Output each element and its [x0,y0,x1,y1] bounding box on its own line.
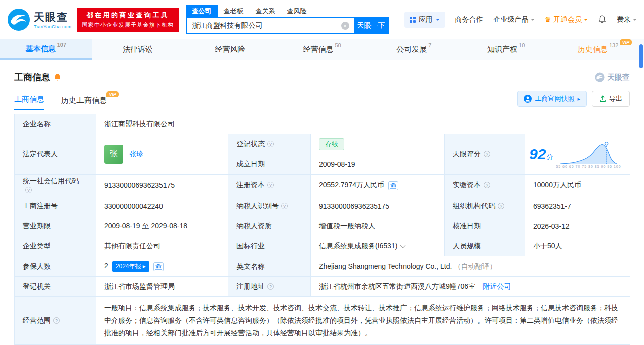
nav-vip-label: 开通会员 [553,15,582,24]
export-button[interactable]: 导出 [592,91,630,107]
field-label: 组织机构代码? [445,196,525,216]
table-row: 统一社会信用代码? 913300006936235175 注册资本? 20552… [15,175,630,196]
subtab-row: 工商信息 历史工商信息 VIP 工商官网快照 ▸ 导 [0,90,644,110]
score-unit: 分 [546,153,553,161]
logo-subtitle: TianYanCha.com [34,24,72,29]
tab-count: 10 [519,42,525,52]
top-header: 天眼查 TianYanCha.com 都在用的商业查询工具 国家中小企业发展子基… [0,0,644,39]
tab-count: 132 [609,42,618,52]
bank-icon[interactable] [153,262,164,271]
insured-count-value: 2 [104,262,108,270]
nav-user[interactable]: 费米 [617,15,637,24]
nav-open-vip[interactable]: ♛ 开通会员 [545,15,588,24]
help-icon[interactable]: ? [267,182,274,188]
reg-capital-value: 20552.7974万人民币 [319,181,384,189]
help-icon[interactable]: ? [484,151,490,157]
field-label: 注册资本? [228,175,311,196]
nav-user-label: 费米 [617,15,631,24]
table-row: 参保人数 22024年报 ▸ 英文名称 Zhejiang Shangmeng T… [15,256,630,277]
search-input[interactable] [186,17,354,34]
credit-code-value: 913300006936235175 [96,175,228,196]
legal-rep-cell: 张 张珍 [96,134,228,175]
promo-line2: 国家中小企业发展子基金旗下机构 [82,21,174,29]
page: 天眼查 TianYanCha.com 都在用的商业查询工具 国家中小企业发展子基… [0,0,644,345]
nav-apps[interactable]: 应用 [404,12,445,28]
field-label: 成立日期 [228,154,311,175]
tab-label: 知识产权 [487,45,517,54]
search-tab-risk[interactable]: 查风险 [281,5,313,17]
reg-address-cell: 浙江省杭州市余杭区五常街道西溪八方城9幢706室附近公司 [311,277,630,297]
promo-banner: 都在用的商业查询工具 国家中小企业发展子基金旗下机构 [77,8,179,32]
vip-badge: VIP [620,39,632,45]
clear-icon[interactable]: × [341,22,349,30]
nav-cooperation[interactable]: 商务合作 [455,15,484,24]
vip-badge: VIP [106,91,119,97]
subscribe-bell-icon[interactable] [54,73,61,81]
field-label: 实缴资本? [445,175,525,196]
help-icon[interactable]: ? [53,317,60,324]
tab-count: 107 [57,42,66,51]
help-icon[interactable]: ? [281,203,288,209]
tab-count: 50 [335,42,341,52]
business-scope-value: 一般项目：信息系统集成服务；技术服务、技术开发、技术咨询、技术交流、技术转让、技… [104,302,622,339]
tab-label: 公司发展 [396,45,427,54]
nav-enterprise-label: 企业级产品 [494,15,529,24]
bank-icon[interactable] [388,181,398,190]
nearby-companies-link[interactable]: 附近公司 [482,282,511,290]
business-term-value: 2009-08-19 至 2029-08-18 [96,216,228,236]
top-nav: 应用 商务合作 企业级产品 ♛ 开通会员 费米 [404,12,637,28]
industry-cell: 信息系统集成服务(I6531) [311,236,445,256]
reg-capital-label: 注册资本 [236,181,265,189]
logo-text: 天眼查 TianYanCha.com [34,10,72,29]
table-row: 营业期限 2009-08-19 至 2029-08-18 纳税人资质 增值税一般… [15,216,630,236]
field-label: 国标行业 [228,236,311,256]
logo-title: 天眼查 [34,10,72,24]
chevron-down-icon[interactable] [400,243,406,248]
subtab-business-info[interactable]: 工商信息 [14,95,44,110]
help-icon[interactable]: ? [498,203,504,209]
notification-bell-icon[interactable] [598,15,607,24]
score-cell[interactable]: 92分 55 60 65 70 75 80 85 90 95 100 [525,134,630,175]
staff-size-value: 小于50人 [525,236,630,256]
watermark-logo-icon [595,72,605,82]
tab-label: 基本信息 [26,44,56,54]
chevron-down-icon [531,19,535,23]
nav-apps-label: 应用 [419,15,433,24]
english-name-value: Zhejiang Shangmeng Technology Co., Ltd. [319,262,452,270]
field-label: 企业类型 [15,236,96,256]
search-tab-company[interactable]: 查公司 [186,5,218,17]
tab-business-info[interactable]: 经营信息50 [276,39,368,60]
search-tab-relation[interactable]: 查关系 [250,5,281,17]
search-button[interactable]: 天眼一下 [354,17,389,34]
chevron-down-icon [584,19,588,23]
scrollbar-thumb[interactable] [639,44,643,68]
official-snapshot-button[interactable]: 工商官网快照 ▸ [517,91,587,107]
score-axis: 55 60 65 70 75 80 85 90 95 100 [556,165,621,168]
tab-history-info[interactable]: 历史信息 132 VIP [552,39,644,60]
business-info-table: 企业名称 浙江商盟科技有限公司 法定代表人 张 张珍 登记状态? 存续 [14,114,630,345]
tab-intellectual-property[interactable]: 知识产权10 [460,39,552,60]
annual-report-badge[interactable]: 2024年报 ▸ [112,261,149,272]
tab-company-development[interactable]: 公司发展7 [368,39,460,60]
reg-address-label: 注册地址 [236,282,265,290]
chevron-down-icon [436,19,440,23]
tab-label: 法律诉讼 [123,45,153,54]
tab-basic-info[interactable]: 基本信息107 [0,39,92,60]
tab-legal-litigation[interactable]: 法律诉讼 [92,39,184,60]
help-icon[interactable]: ? [267,283,274,290]
help-icon[interactable]: ? [25,187,32,193]
subtab-history-business-info[interactable]: 历史工商信息 VIP [61,96,107,110]
help-icon[interactable]: ? [484,182,490,188]
field-label: 经营范围? [15,297,96,345]
tianyancha-logo[interactable]: 天眼查 TianYanCha.com [7,8,72,31]
avatar[interactable]: 张 [104,145,123,164]
legal-rep-link[interactable]: 张珍 [129,150,143,159]
english-name-cell: Zhejiang Shangmeng Technology Co., Ltd.（… [311,256,630,277]
field-label: 纳税人资质 [228,216,311,236]
tab-operating-risk[interactable]: 经营风险 [184,39,276,60]
tab-label: 经营信息 [303,45,333,54]
nav-enterprise-products[interactable]: 企业级产品 [494,15,535,24]
search-tab-boss[interactable]: 查老板 [218,5,250,17]
help-icon[interactable]: ? [267,141,274,147]
field-label: 纳税人识别号? [228,196,311,216]
